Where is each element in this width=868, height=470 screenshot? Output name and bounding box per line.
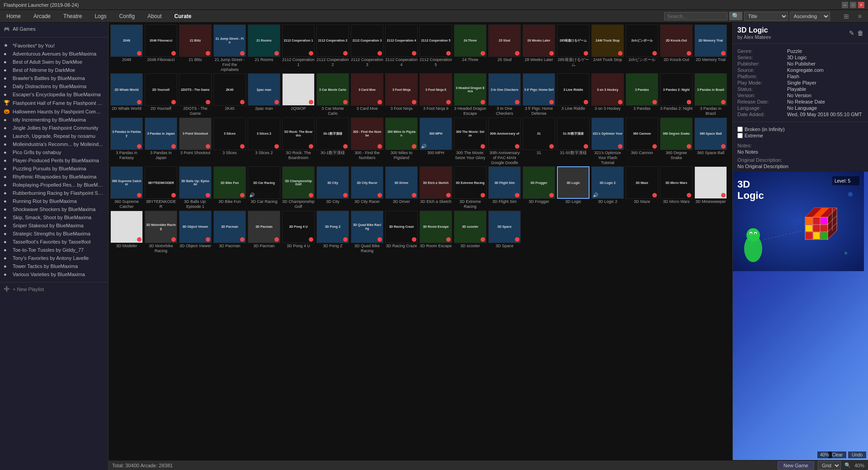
sidebar-item-jingle[interactable]: ●Jingle Jollies by Flashpoint Community: [0, 124, 108, 132]
game-thumb-21-jump[interactable]: 21 Jump Street - Fin21 Jump Street - Fin…: [213, 24, 246, 72]
game-thumb-3-on-3-hockey[interactable]: 3 on 3 Hockey3 on 3 Hockey: [591, 73, 624, 117]
game-thumb-3d-etch-sketch[interactable]: 3D Etch a Sketch3D Etch a Sketch: [420, 166, 452, 210]
sidebar-item-sniper[interactable]: ●Sniper Stakeout by BlueMaxima: [0, 221, 108, 230]
game-thumb-3d-room-escape[interactable]: 3D Room Escape3D Room Escape: [420, 211, 452, 254]
game-thumb-31-50-kanji[interactable]: 31-50数字漢様31-50数字漢様: [557, 118, 590, 165]
game-thumb-3d-car-racing[interactable]: 3D Car Racing🔊3D Car Racing: [248, 166, 280, 210]
sidebar-item-tasselfoot[interactable]: ●Tasselfoot's Favorites by Tasselfoot: [0, 238, 108, 246]
game-thumb-2d-knockout[interactable]: 2D Knock-Out2D Knock-Out: [660, 24, 693, 72]
sidebar-item-halloween[interactable]: 🎃Halloween Haunts by Flashpoint Communit…: [0, 107, 108, 116]
game-thumb-3-pandas[interactable]: 3 Pandas3 Pandas: [626, 73, 658, 117]
sidebar-item-adult-swim[interactable]: ●Best of Adult Swim by DarkMoe: [0, 58, 108, 66]
menu-theatre[interactable]: Theatre: [61, 12, 85, 20]
game-thumb-300-find[interactable]: 300 - Find the Numbe300 - Find the Numbe…: [351, 118, 383, 165]
sidebar-item-molle[interactable]: ●Molleindustria's Recomm... by Molleind.…: [0, 140, 108, 148]
game-thumb-360-space-ball[interactable]: 360 Space Ball360 Space Ball: [694, 118, 727, 165]
game-thumb-30rock[interactable]: 3O Rock: The Boardro3O Rock: The Boardro…: [282, 118, 315, 165]
game-thumb-2048-fib[interactable]: 2048 Fibonacci2048 Fibonacci: [145, 24, 177, 72]
game-thumb-21-blitz[interactable]: 21 Blitz21 Blitz: [179, 24, 212, 72]
game-thumb-3-headed[interactable]: 3 Headed Dragon Esca3 Headed Dragon Esca…: [454, 73, 486, 117]
game-thumb-2d-memory[interactable]: 2D Memory Trial2D Memory Trial: [694, 24, 727, 72]
game-thumb-3-pandas-fantasy[interactable]: 3 Pandas in Fantasy3 Pandas in Fantasy: [110, 118, 143, 165]
game-thumb-2112-coop4[interactable]: 2112 Cooperation 42112 Cooperation 4: [385, 24, 418, 72]
game-thumb-2112-coop2[interactable]: 2112 Cooperation 22112 Cooperation 2: [316, 24, 349, 72]
game-thumb-3d-championship[interactable]: 3D Championship Golf3D Championship Golf: [282, 166, 315, 210]
game-thumb-3d-motorbike[interactable]: 3D Motorbike Racing3D Motorbike Racing: [145, 211, 177, 254]
sidebar-item-adventurous[interactable]: ●Adventurous Avenues by BlueMaxima: [0, 50, 108, 58]
game-thumb-321-optimize[interactable]: 321's Optimize Your 321's Optimize Your …: [591, 118, 624, 165]
menu-logs[interactable]: Logs: [92, 12, 109, 20]
game-thumb-3d-quad-bike[interactable]: 3D Quad Bike Racing3D Quad Bike Racing: [351, 211, 383, 254]
game-thumb-360-cannon[interactable]: 360 Cannon360 Cannon: [626, 118, 658, 165]
game-thumb-3d-logic[interactable]: 3D Logic3D Logic: [557, 166, 590, 210]
sidebar-item-launch[interactable]: ●Launch, Upgrade, Repeat by nosamu: [0, 132, 108, 140]
game-thumb-2d-yourself[interactable]: 2D Yourself2D Yourself: [145, 73, 177, 117]
extreme-checkbox[interactable]: [737, 133, 743, 138]
game-thumb-3byte[interactable]: 3BYTEENKODER3BYTEENKODER: [145, 166, 177, 210]
sidebar-item-pico[interactable]: ●Pico Gr8s by oshabuy: [0, 148, 108, 156]
edit-button[interactable]: ✎: [849, 29, 854, 37]
new-playlist-button[interactable]: ➕ + New Playlist: [0, 284, 108, 294]
game-thumb-3d-racing-craze[interactable]: 3D Racing Craze3D Racing Craze: [385, 211, 418, 254]
sidebar-item-player[interactable]: ●Player-Produced Perils by BlueMaxima: [0, 156, 108, 164]
menu-about[interactable]: About: [145, 12, 164, 20]
game-thumb-3d-maze[interactable]: 3D Maze3D Maze: [626, 166, 658, 210]
game-thumb-3d-micro-wars[interactable]: 3D Micro Wars3D Micro Wars: [660, 166, 693, 210]
game-thumb-2pacman[interactable]: 2pac man2pac man: [248, 73, 280, 117]
sidebar-item-puzzling[interactable]: ●Puzzling Pursuits by BlueMaxima: [0, 164, 108, 173]
game-thumb-3d-modeler[interactable]: 3D Modeler3D Modeler: [110, 211, 143, 254]
game-thumb-2112-coop5[interactable]: 2112 Cooperation 52112 Cooperation 5: [420, 24, 452, 72]
game-thumb-2qwop[interactable]: 2QWOP2QWOP: [282, 73, 315, 117]
game-thumb-3-pandas-brazil[interactable]: 3 Pandas in Brazil3 Pandas in Brazil: [694, 73, 727, 117]
sidebar-toggle-icon[interactable]: ⊞: [841, 12, 852, 21]
game-thumb-3-pandas-night[interactable]: 3 Pandas 2: Night3 Pandas 2: Night: [660, 73, 693, 117]
game-thumb-3balls-up[interactable]: 3D Balls Up: Episode3D Balls Up: Episode…: [179, 166, 212, 210]
sort-direction-select[interactable]: Ascending Descending: [790, 12, 830, 21]
minimize-button[interactable]: ─: [842, 2, 848, 8]
broken-checkbox[interactable]: [737, 127, 743, 132]
game-thumb-3d-space[interactable]: 3D Space3D Space: [488, 211, 521, 254]
sidebar-all-games[interactable]: 🎮 All Games: [0, 24, 108, 33]
sidebar-item-nitrome[interactable]: ●Best of Nitrome by DarkMoe: [0, 66, 108, 74]
sidebar-item-idly[interactable]: ●Idly Incrementing by BlueMaxima: [0, 116, 108, 124]
game-thumb-285-game[interactable]: 285発遊けるゲーム285発遊けるゲーム: [557, 24, 590, 72]
grid-toggle-icon[interactable]: ≡: [855, 12, 864, 21]
sidebar-item-roleplaying[interactable]: ●Roleplaying-Propelled Res... by BlueMax…: [0, 181, 108, 189]
game-thumb-3d-extreme[interactable]: 3D Extreme Racing3D Extreme Racing: [454, 166, 486, 210]
game-thumb-3-pandas-japan[interactable]: 3 Pandas in Japan3 Pandas in Japan: [145, 118, 177, 165]
game-thumb-3d-logic-2[interactable]: 3D Logic 2🔊3D Logic 2: [591, 166, 624, 210]
game-thumb-2048[interactable]: 20482048: [110, 24, 143, 72]
game-thumb-3d-minesweeper[interactable]: 3D Minesweeper3D Minesweeper: [694, 166, 727, 210]
undo-button[interactable]: Undo: [848, 451, 866, 458]
game-thumb-3-card-moe[interactable]: 3 Card Moe3 Card Moe: [351, 73, 383, 117]
game-thumb-3-foot-ninja[interactable]: 3 Foot Ninja3 Foot Ninja: [385, 73, 418, 117]
game-thumb-2dots[interactable]: 2DOTS - The Game2DOTS - The Game: [179, 73, 212, 117]
game-thumb-3-point-shootout[interactable]: 3 Point Shootout3 Point Shootout: [179, 118, 212, 165]
sidebar-item-various[interactable]: ●Various Varieties by BlueMaxima: [0, 270, 108, 278]
game-thumb-3d-frogger[interactable]: 3D Frogger3D Frogger: [523, 166, 555, 210]
game-thumb-24three[interactable]: 24:Three24:Three: [454, 24, 486, 72]
menu-home[interactable]: Home: [4, 12, 24, 20]
game-thumb-3d-driver[interactable]: 3D Driver3D Driver: [385, 166, 418, 210]
game-thumb-28-weeks[interactable]: 28 Weeks Later28 Weeks Later: [523, 24, 555, 72]
view-select[interactable]: Grid List: [818, 461, 841, 470]
sidebar-item-shockwave[interactable]: ●Shockwave Shockers by BlueMaxima: [0, 205, 108, 213]
sidebar-item-brawlers[interactable]: ●Brawler's Battles by BlueMaxima: [0, 74, 108, 82]
game-thumb-3-line-riddle[interactable]: 3 Line Riddle3 Line Riddle: [557, 73, 590, 117]
close-button[interactable]: ✕: [858, 2, 864, 8]
sidebar-item-hall-of-fame[interactable]: 🏆Flashpoint Hall of Fame by Flashpoint S…: [0, 99, 108, 107]
game-thumb-3-slices[interactable]: 3 Slices3 Slices: [213, 118, 246, 165]
game-thumb-300-movie[interactable]: 300 The Movie: Seize300 The Movie: Seize…: [454, 118, 486, 165]
game-thumb-3d-city[interactable]: 3D City3D City: [316, 166, 349, 210]
game-thumb-3d-pong-z[interactable]: 3D Pong Z3D Pong Z: [316, 211, 349, 254]
sidebar-item-rubberburning[interactable]: ●Rubberburning Racing by Flashpoint Staf…: [0, 189, 108, 197]
delete-button[interactable]: 🗑: [857, 29, 863, 37]
game-thumb-3d-pong-4u[interactable]: 3D Pong 4 U3D Pong 4 U: [282, 211, 315, 254]
sort-field-select[interactable]: Title Date Added Release Date: [744, 12, 788, 21]
game-thumb-2ch-pin[interactable]: 2chビンボール2chビンボール: [626, 24, 658, 72]
sidebar-item-skip[interactable]: ●Skip, Smack, Shoot by BlueMaxima: [0, 213, 108, 221]
sidebar-item-favorites[interactable]: ★*Favorites* by You!: [0, 41, 108, 50]
game-thumb-3-car-monte[interactable]: 3 Car Monte Carlo3 Car Monte Carlo: [316, 73, 349, 117]
game-thumb-3d-flight[interactable]: 3D Flight Sim3D Flight Sim: [488, 166, 521, 210]
new-game-button[interactable]: New Game: [778, 461, 814, 470]
